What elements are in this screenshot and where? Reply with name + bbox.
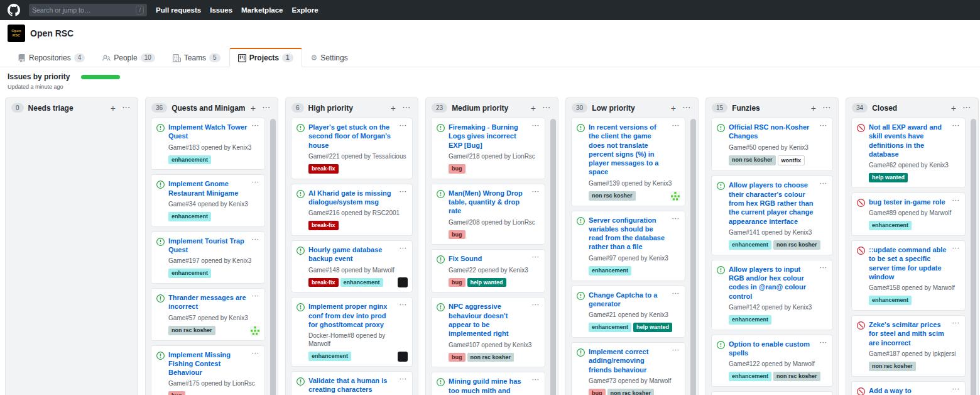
- issue-card[interactable]: Not all EXP award and skill events have …: [851, 118, 966, 188]
- issue-title-link[interactable]: Player's get stuck on the second floor o…: [308, 123, 396, 150]
- issue-card[interactable]: Validate that a human is creating charac…: [291, 371, 413, 395]
- issue-card[interactable]: Zeke's scimitar prices for steel and mit…: [851, 315, 966, 377]
- card-menu-icon[interactable]: ···: [532, 302, 540, 308]
- issue-title-link[interactable]: ::update command able to be set a specif…: [869, 245, 949, 281]
- issue-card[interactable]: Change Captcha to a generator···Game#21 …: [571, 286, 685, 338]
- column-menu-icon[interactable]: ···: [542, 105, 552, 111]
- issue-card[interactable]: Implement proper nginx conf from dev int…: [291, 297, 413, 367]
- issue-card[interactable]: Fix Sound···Game#22 opened by Kenix3bugh…: [431, 249, 545, 292]
- issue-title-link[interactable]: Zeke's scimitar prices for steel and mit…: [869, 320, 949, 347]
- issue-card[interactable]: Implement Watch Tower Quest···Game#183 o…: [151, 118, 265, 170]
- issue-card[interactable]: Allow players to input RGB and/or hex co…: [711, 260, 833, 330]
- add-card-icon[interactable]: +: [109, 104, 117, 113]
- card-menu-icon[interactable]: ···: [400, 245, 407, 252]
- column-scrollbar[interactable]: [270, 119, 276, 395]
- card-menu-icon[interactable]: ···: [820, 340, 827, 346]
- issue-title-link[interactable]: Implement Watch Tower Quest: [168, 123, 248, 141]
- column-menu-icon[interactable]: ···: [261, 105, 272, 111]
- card-menu-icon[interactable]: ···: [400, 123, 407, 129]
- issue-card[interactable]: Thrander messages are incorrect···Game#5…: [151, 288, 265, 340]
- card-menu-icon[interactable]: ···: [252, 236, 259, 243]
- issue-title-link[interactable]: Change Captcha to a generator: [589, 291, 668, 309]
- issue-title-link[interactable]: Server configuration variables should be…: [589, 216, 668, 252]
- issue-title-link[interactable]: Man(Men) Wrong Drop table, quantity & dr…: [449, 189, 528, 216]
- tab-repositories[interactable]: Repositories 4: [9, 48, 94, 67]
- card-menu-icon[interactable]: ···: [952, 245, 960, 252]
- column-menu-icon[interactable]: ···: [121, 105, 132, 111]
- nav-link-marketplace[interactable]: Marketplace: [241, 6, 283, 14]
- issue-card[interactable]: Official RSC non-Kosher Changes···Game#5…: [711, 118, 833, 171]
- issue-card[interactable]: Hourly game database backup event···Game…: [291, 240, 413, 292]
- card-menu-icon[interactable]: ···: [532, 377, 540, 383]
- issue-title-link[interactable]: Implement proper nginx conf from dev int…: [308, 302, 396, 329]
- issue-card[interactable]: Player's get stuck on the second floor o…: [291, 118, 413, 179]
- issue-title-link[interactable]: Firemaking - Burning Logs gives incorrec…: [449, 123, 528, 150]
- issue-card[interactable]: Allow players to choose their character'…: [711, 175, 833, 255]
- issue-title-link[interactable]: Option to enable custom spells: [729, 340, 816, 358]
- column-menu-icon[interactable]: ···: [962, 105, 972, 111]
- column-scrollbar[interactable]: [690, 119, 696, 395]
- card-menu-icon[interactable]: ···: [252, 293, 259, 299]
- issue-card[interactable]: In recent versions of the client the gam…: [571, 118, 685, 206]
- issue-card[interactable]: Man(Men) Wrong Drop table, quantity & dr…: [431, 184, 545, 245]
- card-menu-icon[interactable]: ···: [820, 181, 827, 187]
- issue-title-link[interactable]: In recent versions of the client the gam…: [589, 123, 668, 177]
- issue-title-link[interactable]: bug tester in-game role: [869, 198, 949, 206]
- add-card-icon[interactable]: +: [670, 104, 677, 113]
- add-card-icon[interactable]: +: [389, 104, 397, 113]
- github-octocat-icon[interactable]: [8, 4, 20, 16]
- search-input[interactable]: [32, 6, 136, 14]
- card-menu-icon[interactable]: ···: [400, 302, 407, 308]
- issue-card[interactable]: Add a way to differentiate between dev a…: [851, 381, 966, 395]
- issue-title-link[interactable]: Validate that a human is creating charac…: [308, 376, 396, 394]
- card-menu-icon[interactable]: ···: [252, 350, 259, 357]
- issue-card[interactable]: Firemaking - Burning Logs gives incorrec…: [431, 118, 545, 179]
- issue-card[interactable]: Implement correct adding/removing friend…: [571, 342, 685, 395]
- issue-card[interactable]: Server configuration variables should be…: [571, 211, 685, 281]
- card-menu-icon[interactable]: ···: [820, 265, 827, 271]
- issue-card[interactable]: NPC aggressive behaviour doesn't appear …: [431, 297, 545, 367]
- add-card-icon[interactable]: +: [950, 104, 957, 113]
- issue-title-link[interactable]: Thrander messages are incorrect: [168, 293, 248, 311]
- card-menu-icon[interactable]: ···: [672, 216, 680, 222]
- nav-link-pull-requests[interactable]: Pull requests: [156, 6, 201, 14]
- card-menu-icon[interactable]: ···: [532, 254, 540, 260]
- issue-title-link[interactable]: NPC aggressive behaviour doesn't appear …: [449, 302, 528, 338]
- tab-projects[interactable]: Projects 1: [229, 48, 302, 67]
- add-card-icon[interactable]: +: [530, 104, 537, 113]
- card-menu-icon[interactable]: ···: [952, 386, 960, 392]
- issue-title-link[interactable]: Allow players to choose their character'…: [729, 181, 816, 225]
- org-avatar[interactable]: Open RSC: [8, 25, 25, 42]
- card-menu-icon[interactable]: ···: [952, 198, 960, 204]
- issue-title-link[interactable]: Not all EXP award and skill events have …: [869, 123, 949, 159]
- issue-title-link[interactable]: Implement correct adding/removing friend…: [589, 347, 668, 374]
- card-menu-icon[interactable]: ···: [532, 189, 540, 195]
- issue-title-link[interactable]: Implement Missing Fishing Contest Behavi…: [168, 350, 248, 377]
- issue-title-link[interactable]: Implement Gnome Restaurant Minigame: [168, 179, 248, 198]
- issue-title-link[interactable]: Add a way to differentiate between dev a…: [869, 386, 949, 395]
- issue-card[interactable]: Mining guild mine has too much mith and …: [431, 372, 545, 395]
- issue-title-link[interactable]: Hourly game database backup event: [308, 245, 396, 264]
- issue-card[interactable]: Be able to completely disable lottery th…: [711, 391, 833, 395]
- tab-settings[interactable]: ⚙ Settings: [302, 48, 357, 67]
- issue-title-link[interactable]: Implement Tourist Trap Quest: [168, 236, 248, 255]
- column-menu-icon[interactable]: ···: [822, 105, 832, 111]
- card-menu-icon[interactable]: ···: [252, 179, 259, 186]
- issue-card[interactable]: Implement Gnome Restaurant Minigame···Ga…: [151, 174, 265, 226]
- issue-title-link[interactable]: Official RSC non-Kosher Changes: [729, 123, 816, 141]
- issue-title-link[interactable]: Mining guild mine has too much mith and …: [449, 377, 528, 395]
- issue-title-link[interactable]: Al Kharid gate is missing dialogue/syste…: [308, 189, 396, 207]
- card-menu-icon[interactable]: ···: [400, 376, 407, 382]
- issue-title-link[interactable]: Allow players to input RGB and/or hex co…: [729, 265, 816, 301]
- card-menu-icon[interactable]: ···: [252, 123, 259, 129]
- tab-teams[interactable]: Teams 5: [164, 48, 229, 67]
- card-menu-icon[interactable]: ···: [672, 123, 680, 129]
- issue-card[interactable]: Implement Tourist Trap Quest···Game#197 …: [151, 231, 265, 284]
- tab-people[interactable]: People 10: [94, 48, 164, 67]
- add-card-icon[interactable]: +: [249, 104, 257, 113]
- issue-card[interactable]: ::update command able to be set a specif…: [851, 240, 966, 311]
- issue-card[interactable]: Option to enable custom spells···Game#12…: [711, 335, 833, 387]
- column-scrollbar[interactable]: [971, 119, 976, 395]
- column-menu-icon[interactable]: ···: [401, 105, 412, 111]
- card-menu-icon[interactable]: ···: [952, 123, 960, 129]
